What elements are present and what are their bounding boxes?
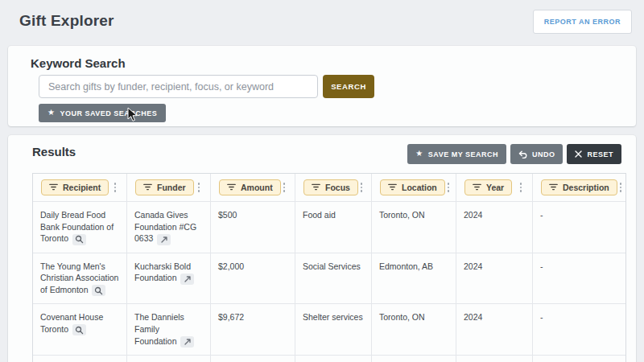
x-icon xyxy=(575,150,582,158)
filter-chip-focus[interactable]: Focus xyxy=(303,179,358,195)
page-title: Gift Explorer xyxy=(19,12,114,30)
saved-searches-label: YOUR SAVED SEARCHES xyxy=(60,109,157,117)
column-label: Funder xyxy=(157,183,186,192)
reset-button[interactable]: RESET xyxy=(567,144,621,164)
location-cell: Toronto, ON xyxy=(372,304,456,355)
save-my-search-button[interactable]: ★ SAVE MY SEARCH xyxy=(407,144,506,164)
funder-cell: The Danniels Family Foundation xyxy=(127,356,211,362)
external-link-icon[interactable] xyxy=(180,274,194,285)
table-row: The Young Men's Christian Association of… xyxy=(33,253,625,305)
amount-cell: $2,000 xyxy=(211,253,295,304)
recipient-cell: The Young Men's Christian Association of… xyxy=(33,253,127,304)
table-row: Daily Bread Food Bank Foundation of Toro… xyxy=(33,202,625,253)
undo-arrow-icon xyxy=(518,150,527,158)
filter-lines-icon xyxy=(312,183,320,192)
search-button-label: SEARCH xyxy=(331,82,366,91)
funder-cell: The Danniels Family Foundation xyxy=(127,304,211,355)
results-table: Recipient Funder Amount Focus Location Y… xyxy=(32,173,626,362)
description-cell: - xyxy=(533,304,625,355)
filter-lines-icon xyxy=(143,183,152,192)
keyword-search-heading: Keyword Search xyxy=(31,56,126,70)
amount-cell: $500 xyxy=(211,202,295,253)
recipient-cell: Daily Bread Food Bank Foundation of Toro… xyxy=(33,202,127,253)
gift-explorer-page: Gift Explorer REPORT AN ERROR Keyword Se… xyxy=(0,0,644,362)
location-cell: Oakville, ON xyxy=(372,356,456,362)
filter-lines-icon xyxy=(227,183,236,192)
column-header-focus: Focus xyxy=(295,174,372,201)
column-label: Description xyxy=(563,183,609,192)
column-header-description: Description xyxy=(533,174,632,201)
location-cell: Edmonton, AB xyxy=(372,253,456,304)
focus-cell: Shelter services xyxy=(295,304,372,355)
column-label: Location xyxy=(402,183,437,192)
undo-label: UNDO xyxy=(532,150,555,158)
search-button[interactable]: SEARCH xyxy=(323,75,374,98)
location-cell: Toronto, ON xyxy=(372,202,456,253)
results-toolbar: ★ SAVE MY SEARCH UNDO RESET xyxy=(407,144,621,164)
filter-lines-icon xyxy=(473,183,481,192)
filter-chip-funder[interactable]: Funder xyxy=(135,179,194,195)
amount-cell: $9,672 xyxy=(211,304,295,355)
table-row: Covenant House Toronto The Danniels Fami… xyxy=(33,304,625,356)
focus-cell: Social Services xyxy=(295,253,372,304)
kebab-menu-icon[interactable] xyxy=(445,181,452,194)
lookup-magnifier-icon[interactable] xyxy=(92,285,105,296)
column-header-location: Location xyxy=(372,174,456,201)
year-cell: 2024 xyxy=(456,304,533,355)
keyword-search-card: Keyword Search SEARCH ★ YOUR SAVED SEARC… xyxy=(8,46,636,126)
lookup-magnifier-icon[interactable] xyxy=(72,234,86,245)
filter-lines-icon xyxy=(549,183,558,192)
table-row: Islamic Circle of North America (Canada)… xyxy=(33,356,625,362)
saved-searches-button[interactable]: ★ YOUR SAVED SEARCHES xyxy=(39,104,166,122)
column-header-funder: Funder xyxy=(127,174,211,201)
kebab-menu-icon[interactable] xyxy=(196,181,203,194)
lookup-magnifier-icon[interactable] xyxy=(72,324,86,335)
table-body: Daily Bread Food Bank Foundation of Toro… xyxy=(33,202,625,362)
description-cell: - xyxy=(533,253,625,304)
filter-chip-recipient[interactable]: Recipient xyxy=(41,179,109,195)
reset-label: RESET xyxy=(587,150,613,158)
kebab-menu-icon[interactable] xyxy=(518,181,525,194)
external-link-icon[interactable] xyxy=(180,336,194,348)
column-header-year: Year xyxy=(456,174,533,201)
focus-cell: Food aid xyxy=(295,202,372,253)
filter-lines-icon xyxy=(388,183,397,192)
amount-cell: $10,000 xyxy=(211,356,295,362)
column-label: Focus xyxy=(325,183,350,192)
recipient-cell: Islamic Circle of North America (Canada) xyxy=(33,356,127,362)
year-cell: 2024 xyxy=(456,202,533,253)
funder-cell: Canada Gives Foundation #CG 0633 xyxy=(127,202,211,253)
kebab-menu-icon[interactable] xyxy=(281,181,288,194)
recipient-cell: Covenant House Toronto xyxy=(33,304,127,355)
filter-lines-icon xyxy=(49,183,58,192)
funder-name: The Danniels Family Foundation xyxy=(134,312,184,345)
results-heading: Results xyxy=(32,145,76,158)
column-label: Year xyxy=(486,183,504,192)
report-error-button[interactable]: REPORT AN ERROR xyxy=(533,10,632,34)
star-icon: ★ xyxy=(415,150,423,158)
kebab-menu-icon[interactable] xyxy=(358,181,365,194)
filter-chip-description[interactable]: Description xyxy=(541,179,617,195)
column-label: Amount xyxy=(241,183,273,192)
kebab-menu-icon[interactable] xyxy=(617,181,625,194)
filter-chip-year[interactable]: Year xyxy=(464,179,512,195)
column-label: Recipient xyxy=(63,183,101,192)
table-header-row: Recipient Funder Amount Focus Location Y… xyxy=(33,174,625,202)
filter-chip-location[interactable]: Location xyxy=(380,179,445,195)
search-input[interactable] xyxy=(39,75,318,98)
save-my-search-label: SAVE MY SEARCH xyxy=(428,150,498,158)
description-cell: - xyxy=(533,202,625,253)
column-header-amount: Amount xyxy=(211,174,295,201)
kebab-menu-icon[interactable] xyxy=(112,181,119,194)
description-cell: - xyxy=(533,356,625,362)
star-icon: ★ xyxy=(47,109,55,117)
results-card: Results ★ SAVE MY SEARCH UNDO xyxy=(8,135,636,362)
funder-cell: Kucharski Bold Foundation xyxy=(127,253,211,304)
external-link-icon[interactable] xyxy=(157,234,171,245)
column-header-recipient: Recipient xyxy=(33,174,127,201)
filter-chip-amount[interactable]: Amount xyxy=(219,179,281,195)
focus-cell: Islam xyxy=(295,356,372,362)
recipient-name: The Young Men's Christian Association of… xyxy=(40,261,118,294)
year-cell: 2024 xyxy=(456,356,533,362)
undo-button[interactable]: UNDO xyxy=(510,144,564,164)
